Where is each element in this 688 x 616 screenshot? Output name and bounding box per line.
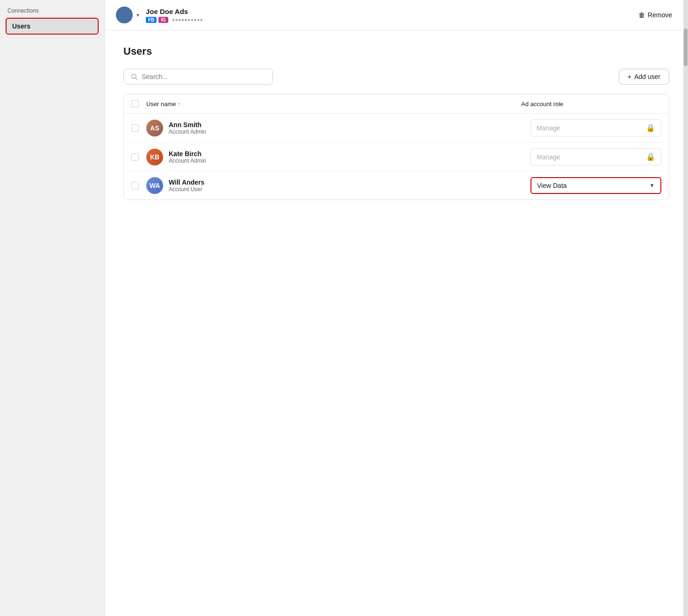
scrollbar-thumb[interactable]: [684, 29, 688, 66]
user-role: Account Admin: [169, 129, 530, 135]
page-title: Users: [123, 45, 669, 57]
scrollbar[interactable]: [683, 0, 688, 616]
user-name: Ann Smith: [169, 121, 530, 129]
role-value: View Data: [537, 182, 567, 189]
tag-facebook: FB: [146, 17, 157, 23]
plus-icon: +: [628, 73, 631, 80]
row-checkbox-col: [131, 153, 146, 161]
account-info: Joe Doe Ads FB IG ●●●●●●●●●●: [146, 7, 634, 23]
role-select-locked: Manage 🔒: [530, 148, 661, 165]
role-select-dropdown[interactable]: View Data ▼: [530, 177, 661, 194]
header: ▼ Joe Doe Ads FB IG ●●●●●●●●●● 🗑 Remove: [105, 0, 688, 30]
add-user-button[interactable]: + Add user: [619, 69, 669, 85]
avatar: WA: [146, 177, 163, 194]
table-header: User name ↑ Ad account role: [124, 94, 669, 114]
user-info: Will Anders Account User: [169, 179, 530, 193]
row-checkbox[interactable]: [131, 153, 139, 161]
table-row: KB Kate Birch Account Admin Manage 🔒: [124, 143, 669, 172]
remove-button[interactable]: 🗑 Remove: [634, 8, 677, 21]
row-checkbox[interactable]: [131, 124, 139, 132]
account-id: ●●●●●●●●●●: [172, 17, 203, 23]
tag-instagram: IG: [158, 17, 168, 23]
role-value: Manage: [537, 124, 560, 132]
header-checkbox-col: [131, 100, 146, 107]
lock-icon: 🔒: [646, 123, 655, 132]
svg-line-1: [136, 78, 137, 80]
column-role: Ad account role: [521, 100, 661, 107]
sort-icon[interactable]: ↑: [178, 101, 181, 107]
user-info: Kate Birch Account Admin: [169, 150, 530, 164]
add-user-label: Add user: [634, 73, 660, 80]
account-selector[interactable]: ▼: [116, 7, 140, 23]
user-role: Account User: [169, 186, 530, 193]
search-icon: [130, 73, 138, 80]
avatar: AS: [146, 120, 163, 136]
content-area: Users + Add user U: [105, 30, 688, 616]
chevron-down-icon: ▼: [649, 182, 655, 189]
account-name: Joe Doe Ads: [146, 7, 634, 15]
account-tags: FB IG ●●●●●●●●●●: [146, 17, 634, 23]
users-table: User name ↑ Ad account role AS Ann Smith…: [123, 94, 669, 200]
avatar: KB: [146, 149, 163, 165]
row-checkbox-col: [131, 124, 146, 132]
column-username: User name ↑: [146, 100, 521, 107]
table-row: WA Will Anders Account User View Data ▼: [124, 172, 669, 200]
table-row: AS Ann Smith Account Admin Manage 🔒: [124, 114, 669, 143]
trash-icon: 🗑: [638, 11, 645, 19]
user-role: Account Admin: [169, 158, 530, 164]
search-input[interactable]: [142, 73, 266, 80]
row-checkbox[interactable]: [131, 182, 139, 189]
sidebar-section-label: Connections: [6, 7, 99, 14]
svg-point-0: [132, 74, 136, 79]
username-col-label: User name: [146, 100, 176, 107]
user-name: Will Anders: [169, 179, 530, 186]
remove-label: Remove: [648, 11, 672, 19]
role-select-locked: Manage 🔒: [530, 119, 661, 136]
sidebar: Connections Users: [0, 0, 105, 616]
main-content: ▼ Joe Doe Ads FB IG ●●●●●●●●●● 🗑 Remove …: [105, 0, 688, 616]
user-info: Ann Smith Account Admin: [169, 121, 530, 135]
row-checkbox-col: [131, 182, 146, 189]
user-name: Kate Birch: [169, 150, 530, 158]
role-value: Manage: [537, 153, 560, 161]
account-dropdown-arrow[interactable]: ▼: [136, 13, 140, 18]
sidebar-item-users[interactable]: Users: [6, 18, 99, 35]
select-all-checkbox[interactable]: [131, 100, 139, 107]
search-wrap[interactable]: [123, 69, 273, 85]
lock-icon: 🔒: [646, 152, 655, 161]
toolbar: + Add user: [123, 69, 669, 85]
account-avatar: [116, 7, 133, 23]
